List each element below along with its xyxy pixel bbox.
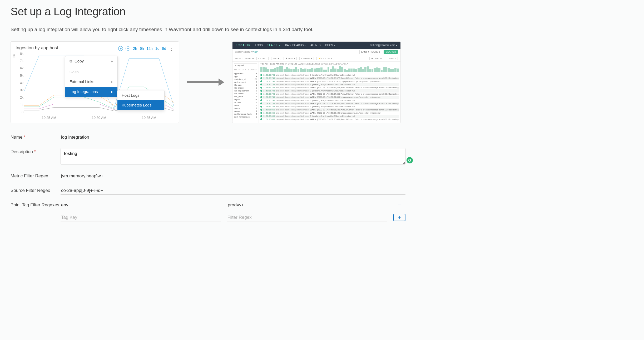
y-axis: 8k 7k 6k 5k 4k 3k 2k 1k 0 bbox=[16, 54, 23, 112]
scalyr-search-button[interactable]: SEARCH bbox=[384, 50, 398, 54]
x-axis: 10:25 AM 10:30 AM 10:35 AM bbox=[24, 116, 174, 120]
scalyr-facet[interactable]: k8s-cluster1 bbox=[234, 86, 257, 89]
time-range-12h[interactable]: 12h bbox=[146, 46, 152, 51]
scalyr-source[interactable]: eks-prod bbox=[234, 63, 257, 67]
context-submenu: Host Logs Kubernetes Logs bbox=[117, 90, 165, 110]
scalyr-log-row[interactable]: 11:58:35.748eks-proddasmonitorapptraffic… bbox=[260, 96, 399, 99]
scalyr-log-row[interactable]: 11:58:35.748eks-proddasmonitorapptraffic… bbox=[260, 83, 399, 86]
scalyr-facet[interactable]: pod-template-hash2 bbox=[234, 113, 257, 115]
scalyr-facet[interactable]: name2 bbox=[234, 104, 257, 107]
scalyr-log-row[interactable]: 11:58:35.748eks-proddasmonitorapptraffic… bbox=[260, 93, 399, 96]
zoom-out-icon[interactable]: − bbox=[126, 46, 130, 51]
ctx-external-links[interactable]: External Links ▸ bbox=[65, 77, 117, 87]
ctx-goto-label: Go to bbox=[65, 66, 117, 77]
tag-value-input[interactable] bbox=[227, 201, 388, 209]
wavefront-chart-panel: Ingestion by app host + − 2h 6h 12h 1d 8… bbox=[11, 41, 179, 123]
scalyr-summary: 7:58 AM - 11:58 AM (UTC-7) 1,991,126 MAT… bbox=[260, 63, 399, 65]
scalyr-facet[interactable]: owner1 bbox=[234, 107, 257, 110]
ctx-log-integrations[interactable]: Log Integrations ▸ bbox=[65, 87, 117, 97]
scalyr-log-row[interactable]: 11:58:36.055eks-proddasmonitorapptraffic… bbox=[260, 115, 399, 118]
metric-filter-label: Metric Filter Regex bbox=[11, 172, 61, 179]
scalyr-nav-logs[interactable]: LOGS bbox=[255, 44, 263, 47]
scalyr-log-row[interactable]: 11:58:36.055eks-proddasmonitorapptraffic… bbox=[260, 118, 399, 121]
description-input[interactable] bbox=[61, 148, 405, 164]
name-input[interactable] bbox=[61, 134, 405, 141]
tag-key-input[interactable] bbox=[61, 201, 221, 209]
chevron-right-icon: ▸ bbox=[111, 59, 113, 64]
scalyr-fields-header[interactable]: ALL FIELDS ▾ bbox=[234, 69, 246, 71]
scalyr-facet[interactable]: monitor1 bbox=[234, 101, 257, 104]
time-range-6h[interactable]: 6h bbox=[140, 46, 144, 51]
scalyr-log-row[interactable]: 11:58:35.748eks-proddasmonitorapptraffic… bbox=[260, 77, 399, 80]
scalyr-facet[interactable]: k8s_node5 bbox=[234, 95, 257, 98]
time-range-2h[interactable]: 2h bbox=[133, 46, 137, 51]
ctx-copy[interactable]: ⧉Copy ▸ bbox=[65, 56, 117, 66]
chart-menu-icon[interactable]: ⋮ bbox=[169, 45, 174, 52]
scalyr-log-row[interactable]: 11:58:35.748eks-proddasmonitorapptraffic… bbox=[260, 86, 399, 89]
scalyr-log-row[interactable]: 11:58:35.748eks-proddasmonitorapptraffic… bbox=[260, 102, 399, 105]
scalyr-log-row[interactable]: 11:58:36.055eks-proddasmonitorapptraffic… bbox=[260, 111, 399, 115]
remove-tag-button[interactable]: − bbox=[394, 202, 405, 208]
y-tick: 5k bbox=[20, 74, 23, 77]
scalyr-livetail[interactable]: ⚡ LIVE TAIL ▾ bbox=[316, 57, 334, 60]
scalyr-start[interactable]: ◂ START bbox=[256, 57, 269, 60]
ctx-kubernetes-logs[interactable]: Kubernetes Logs bbox=[117, 100, 164, 110]
scalyr-facet[interactable]: parser1 bbox=[234, 110, 257, 113]
scalyr-log-row[interactable]: 11:58:35.748eks-proddasmonitorapptraffic… bbox=[260, 99, 399, 102]
chevron-right-icon: ▸ bbox=[111, 89, 113, 94]
scalyr-range[interactable]: LAST 4 HOURS ▾ bbox=[359, 50, 382, 54]
scalyr-log-row[interactable]: 11:58:35.748eks-proddasmonitorapptraffic… bbox=[260, 80, 399, 83]
scalyr-log-row[interactable]: 11:58:35.748eks-proddasmonitorapptraffic… bbox=[260, 89, 399, 93]
y-tick: 7k bbox=[20, 59, 23, 63]
page-intro: Setting up a log integration will allow … bbox=[11, 26, 633, 33]
chart-controls: + − 2h 6h 12h 1d 8d ⋮ bbox=[118, 45, 174, 52]
scalyr-toolbar: LOGS TO SEARCH ◂ START END ▸ ★ SAVE ▾ < … bbox=[232, 55, 400, 62]
scalyr-log-row[interactable]: 11:58:36.055eks-proddasmonitorapptraffic… bbox=[260, 108, 399, 111]
scalyr-share[interactable]: < SHARE ▾ bbox=[299, 57, 314, 60]
grammarly-icon[interactable]: G bbox=[407, 157, 413, 163]
time-range-1d[interactable]: 1d bbox=[155, 46, 160, 51]
scalyr-log-row[interactable]: 11:58:35.748eks-proddasmonitorapptraffic… bbox=[260, 74, 399, 77]
scalyr-facet[interactable]: logfile19 bbox=[234, 98, 257, 101]
scalyr-nav-search[interactable]: SEARCH ▾ bbox=[267, 44, 280, 47]
scalyr-facet[interactable]: k8s-app1 bbox=[234, 84, 257, 86]
y-tick: 3k bbox=[20, 88, 23, 92]
y-tick: 0 bbox=[22, 110, 23, 114]
scalyr-facet[interactable]: application4 bbox=[234, 72, 257, 75]
scalyr-facet[interactable]: pod_namespace1 bbox=[234, 115, 257, 118]
point-tag-row-new: + bbox=[61, 214, 405, 221]
scalyr-log-row[interactable]: 11:58:35.748eks-proddasmonitorapptraffic… bbox=[260, 105, 399, 108]
tag-value-input-new[interactable] bbox=[227, 214, 387, 221]
name-label: Name* bbox=[11, 134, 61, 140]
scalyr-display[interactable]: ◉ DISPLAY bbox=[369, 57, 384, 60]
y-tick: 1k bbox=[20, 103, 23, 107]
scalyr-nav-alerts[interactable]: ALERTS bbox=[310, 44, 321, 47]
scalyr-nav-docs[interactable]: DOCS ▾ bbox=[325, 44, 335, 47]
source-filter-input[interactable] bbox=[61, 187, 405, 195]
metric-filter-input[interactable] bbox=[61, 172, 405, 180]
y-tick: 2k bbox=[20, 96, 23, 99]
add-tag-button[interactable]: + bbox=[393, 214, 405, 221]
scalyr-facet[interactable]: k8s-labels2 bbox=[234, 92, 257, 95]
context-menu: ⧉Copy ▸ Go to External Links ▸ Log Integ… bbox=[65, 56, 118, 97]
zoom-in-icon[interactable]: + bbox=[118, 46, 123, 51]
scalyr-facet[interactable]: environment2 bbox=[234, 81, 257, 84]
source-filter-label: Source Filter Regex bbox=[11, 187, 61, 193]
y-tick: 6k bbox=[20, 66, 23, 70]
scalyr-help[interactable]: ? HELP bbox=[387, 57, 398, 60]
tag-key-input-new[interactable] bbox=[61, 214, 221, 221]
copy-icon: ⧉ bbox=[70, 59, 72, 63]
scalyr-end[interactable]: END ▸ bbox=[271, 57, 281, 60]
time-range-8d[interactable]: 8d bbox=[162, 46, 166, 51]
x-tick: 10:35 AM bbox=[142, 116, 156, 120]
hero-illustration: Ingestion by app host + − 2h 6h 12h 1d 8… bbox=[11, 41, 633, 123]
scalyr-facet[interactable]: app4 bbox=[234, 75, 257, 78]
scalyr-logo: SCALYR bbox=[236, 44, 251, 47]
scalyr-facet[interactable]: container_id20 bbox=[234, 78, 257, 81]
scalyr-user[interactable]: hattierf@vmware.com ▾ bbox=[370, 44, 397, 47]
scalyr-facet[interactable]: k8s-deployment2 bbox=[234, 89, 257, 92]
ctx-host-logs[interactable]: Host Logs bbox=[117, 90, 164, 100]
scalyr-save[interactable]: ★ SAVE ▾ bbox=[284, 57, 297, 60]
scalyr-nav-dashboards[interactable]: DASHBOARDS ▾ bbox=[285, 44, 306, 47]
scalyr-histogram bbox=[260, 66, 399, 72]
